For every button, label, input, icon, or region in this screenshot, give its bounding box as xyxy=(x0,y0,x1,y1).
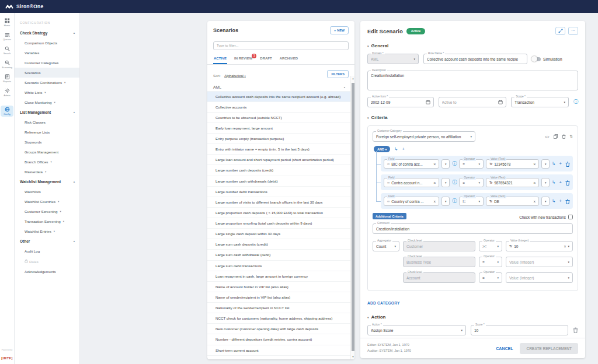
info-icon[interactable]: ⓘ xyxy=(452,180,457,185)
info-icon[interactable]: ⓘ xyxy=(573,100,578,104)
calendar-icon[interactable] xyxy=(498,100,503,104)
list-item[interactable]: Large number debit transactions xyxy=(207,186,350,197)
sidebar-section-list-management[interactable]: List Management▴ xyxy=(15,107,79,117)
calendar-icon[interactable] xyxy=(426,100,430,104)
operator-select[interactable]: Operator=▾ xyxy=(479,257,502,267)
clear-icon[interactable]: × xyxy=(533,181,536,185)
sidebar-item-groups-management[interactable]: Groups Management xyxy=(15,147,79,157)
rail-item-home[interactable]: Home xyxy=(1,18,13,27)
scrollbar-thumb[interactable] xyxy=(352,83,354,351)
list-item[interactable]: NCCT check for customers (nationality, h… xyxy=(207,313,350,323)
clear-icon[interactable]: × xyxy=(564,244,566,249)
customer-category-select[interactable]: Customer Category Foreign self-employed … xyxy=(373,131,475,142)
tab-archived[interactable]: ARCHIVED xyxy=(279,54,298,64)
list-item[interactable]: Large single cash deposit within 30 days xyxy=(207,228,350,239)
delete-criterion-icon[interactable] xyxy=(565,177,570,188)
info-icon[interactable]: ⓘ xyxy=(452,199,457,204)
active-from-datepicker[interactable]: Active from * 2002-12-09 xyxy=(367,97,434,107)
sidebar-section-other[interactable]: Other▴ xyxy=(15,236,79,246)
code-view-icon[interactable]: <> xyxy=(545,135,550,139)
list-item[interactable]: Large number cash deposits (credit) xyxy=(207,164,350,175)
clear-icon[interactable]: × xyxy=(433,162,436,166)
list-item[interactable]: Large number cash withdrawals (debit) xyxy=(207,176,350,186)
description-textarea[interactable]: Description Creation/installation xyxy=(367,71,578,90)
value-dropdown-button[interactable]: ▾ xyxy=(541,178,550,187)
general-section-header[interactable]: ▾ General xyxy=(367,43,578,48)
scroll-up-icon[interactable]: ▲ xyxy=(351,77,354,80)
more-options-button[interactable]: ⋯ xyxy=(568,27,578,35)
list-item[interactable]: Short-term current account xyxy=(207,345,350,355)
add-criterion-icon[interactable]: + xyxy=(559,199,562,204)
active-to-datepicker[interactable]: Active to xyxy=(439,97,507,107)
list-item[interactable]: Entry with initiator name = empty (min. … xyxy=(207,144,350,154)
action-select[interactable]: Action * Assign Score ▾ xyxy=(367,325,466,335)
list-item[interactable]: Collective accounts xyxy=(207,102,350,112)
list-item[interactable]: Large number of visits to different bran… xyxy=(207,197,350,207)
value-dropdown-button[interactable]: ▾ xyxy=(541,159,550,169)
clear-icon[interactable]: × xyxy=(533,162,536,166)
field-select[interactable]: Field∞Contra account n...× xyxy=(384,178,439,187)
clear-icon[interactable]: × xyxy=(433,200,436,204)
indent-criterion-icon[interactable]: ↳ xyxy=(552,162,555,166)
copy-icon[interactable] xyxy=(554,134,558,139)
rail-item-reports[interactable]: Reports xyxy=(1,74,13,83)
list-item[interactable]: Early loan repayment, large amount xyxy=(207,123,350,133)
list-item[interactable]: Sudden transaction increase xyxy=(207,355,350,359)
clear-icon[interactable]: × xyxy=(433,181,436,185)
list-item[interactable]: Number - different depositors (credit en… xyxy=(207,334,350,344)
rail-item-admin[interactable]: Admin xyxy=(1,88,13,97)
action-section-header[interactable]: ▾ Action xyxy=(367,314,578,320)
sidebar-item-watchlist-entries[interactable]: Watchlist Entries▾ xyxy=(15,226,79,236)
list-item[interactable]: Large loan amount and short repayment pe… xyxy=(207,154,350,164)
add-criterion-icon[interactable]: + xyxy=(402,147,405,152)
sidebar-item-white-lists[interactable]: White Lists▾ xyxy=(15,88,79,97)
rail-item-screening[interactable]: Screening xyxy=(1,60,13,69)
indent-criterion-icon[interactable]: ↳ xyxy=(552,199,555,204)
comment-input[interactable]: Comment Creation/installation xyxy=(373,223,573,234)
sidebar-item-variables[interactable]: Variables xyxy=(15,48,79,58)
cancel-button[interactable]: CANCEL xyxy=(496,346,513,351)
list-item[interactable]: New customer (customer opening date) wit… xyxy=(207,323,350,334)
field-dropdown-button[interactable]: ▾ xyxy=(441,159,450,169)
list-item[interactable]: Countries to be observed (outside NCCT) xyxy=(207,112,350,123)
operator-select[interactable]: Operator=▾ xyxy=(459,178,484,187)
create-replacement-button[interactable]: CREATE REPLACEMENT xyxy=(520,343,578,354)
tab-active[interactable]: ACTIVE xyxy=(213,54,227,64)
criteria-section-header[interactable]: ▾ Criteria xyxy=(367,115,578,120)
list-item[interactable]: Name of account holder in VIP list (also… xyxy=(207,281,350,292)
value-input[interactable]: Value (Text)Tr12345678× xyxy=(486,159,539,169)
add-group-icon[interactable]: ↳ xyxy=(394,147,398,152)
delete-criterion-icon[interactable] xyxy=(565,196,570,206)
list-item[interactable]: Collective account cash deposits into th… xyxy=(207,91,350,102)
rail-item-queues[interactable]: Queues xyxy=(1,32,13,41)
delete-action-icon[interactable] xyxy=(573,325,578,335)
value-dropdown-button[interactable]: ▾ xyxy=(541,197,550,206)
sidebar-item-scenario-combinations[interactable]: Scenario Combinations▾ xyxy=(15,78,79,88)
sidebar-item-watchlist-countries[interactable]: Watchlist Countries▾ xyxy=(15,197,79,206)
scroll-down-icon[interactable]: ▼ xyxy=(351,355,354,358)
expand-button[interactable] xyxy=(555,27,565,35)
list-item[interactable]: Name of sender/recipient in VIP list (al… xyxy=(207,292,350,302)
info-icon[interactable]: ⓘ xyxy=(452,162,457,166)
list-item[interactable]: Loan repayment in cash, large amount in … xyxy=(207,271,350,281)
list-item[interactable]: Nationality of the sender/recipient in N… xyxy=(207,302,350,313)
operator-select[interactable]: Operator>=▾ xyxy=(479,241,502,251)
tab-draft[interactable]: DRAFT xyxy=(259,54,272,64)
sidebar-item-scenarios[interactable]: Scenarios xyxy=(15,68,79,78)
collapse-icon[interactable]: ⇅ xyxy=(570,134,573,139)
sidebar-item-masterdata[interactable]: Masterdata▾ xyxy=(15,167,79,177)
operator-select[interactable]: Operator=▾ xyxy=(479,272,502,283)
simulation-toggle[interactable] xyxy=(532,57,541,61)
rail-item-search[interactable]: Search xyxy=(1,46,13,55)
list-item[interactable]: Large proportion cash deposits ( > 15,00… xyxy=(207,207,350,218)
scope-select[interactable]: Scope * Transaction ▾ xyxy=(511,97,569,107)
score-input[interactable]: Score * 10 xyxy=(471,325,568,335)
sort-select[interactable]: Alphabetical ▾ xyxy=(224,74,246,78)
sidebar-section-watchlist-management[interactable]: Watchlist Management▴ xyxy=(15,177,79,187)
check-new-transactions-checkbox[interactable] xyxy=(568,215,573,219)
tab-in-review[interactable]: IN REVIEW1 xyxy=(234,54,253,64)
list-item[interactable]: Large proportion smurfing (total cash de… xyxy=(207,218,350,228)
value-input[interactable]: Value (Text)TrDE× xyxy=(486,197,539,206)
field-select[interactable]: Field∞BIC of contra acc...× xyxy=(384,159,439,169)
delete-criterion-icon[interactable] xyxy=(565,159,570,169)
